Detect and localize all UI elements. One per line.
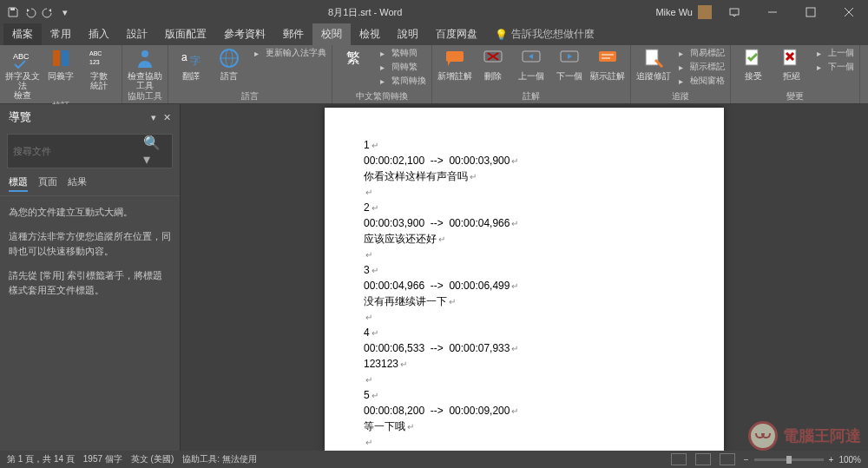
status-words[interactable]: 1957 個字 [83, 453, 122, 465]
minimize-icon[interactable] [753, 0, 792, 24]
reject-label: 拒絕 [783, 71, 800, 81]
navtab-headings[interactable]: 標題 [9, 175, 28, 192]
user-account[interactable]: Mike Wu [652, 5, 715, 19]
translate-button[interactable]: a字翻譯 [174, 47, 208, 81]
doc-line[interactable] [364, 247, 698, 262]
search-icon[interactable]: 🔍▾ [138, 135, 172, 168]
doc-line[interactable] [364, 184, 698, 200]
newcomment-icon [443, 47, 467, 69]
ribbon-small-item[interactable]: ▸檢閱窗格 [674, 75, 725, 87]
thesaurus-button[interactable]: 同義字 [43, 47, 78, 81]
doc-line[interactable]: 应该应该还还好 [364, 231, 698, 247]
prev-icon [519, 47, 543, 69]
search-input[interactable] [8, 143, 138, 159]
maximize-icon[interactable] [792, 0, 830, 24]
doc-line[interactable]: 4 [364, 325, 698, 340]
accessibility-button[interactable]: 檢查協助工具 [128, 47, 162, 90]
save-icon[interactable] [7, 6, 19, 18]
doc-line[interactable]: 你看这样这样有声音吗 [364, 168, 698, 184]
zoom-out-icon[interactable]: − [744, 455, 749, 465]
ribbon-small-item[interactable]: ▸繁轉簡 [376, 47, 426, 59]
ribbon-options-icon[interactable] [715, 0, 753, 24]
close-icon[interactable] [830, 0, 868, 24]
doc-line[interactable]: 6 [364, 450, 698, 451]
navpane-dropdown-icon[interactable]: ▾ [151, 112, 156, 123]
nav-search[interactable]: 🔍▾ [7, 134, 173, 168]
doc-line[interactable]: 00:00:06,533 --> 00:00:07,933 [364, 340, 698, 356]
navpane-close-icon[interactable]: ✕ [163, 112, 171, 123]
navtab-pages[interactable]: 頁面 [38, 175, 57, 192]
doc-line[interactable]: 123123 [364, 356, 698, 372]
ribbon-small-item[interactable]: ▸更新輸入法字典 [250, 47, 326, 59]
accept-button[interactable]: 接受 [736, 47, 771, 81]
doc-line[interactable]: 等一下哦 [364, 419, 698, 434]
doc-line[interactable]: 2 [364, 200, 698, 215]
status-bar: 第 1 頁，共 14 頁 1957 個字 英文 (美國) 協助工具: 無法使用 … [0, 451, 868, 468]
tab-6[interactable]: 校閱 [312, 23, 351, 45]
spelling-icon: ABC [10, 47, 35, 69]
tab-2[interactable]: 設計 [118, 23, 156, 45]
doc-line[interactable] [364, 372, 698, 387]
tab-file[interactable]: 檔案 [3, 23, 42, 45]
tell-me[interactable]: 💡 告訴我您想做什麼 [486, 23, 603, 45]
thesaurus-label: 同義字 [48, 71, 74, 81]
language-button[interactable]: 語言 [212, 47, 247, 81]
doc-line[interactable]: 00:00:03,900 --> 00:00:04,966 [364, 215, 698, 231]
nav-tabs: 標題 頁面 結果 [0, 172, 180, 196]
view-web-icon[interactable] [720, 453, 735, 465]
tab-4[interactable]: 參考資料 [215, 23, 274, 45]
spelling-button[interactable]: ABC拼字及文法檢查 [5, 47, 40, 100]
doc-line[interactable] [364, 434, 698, 450]
reject-button[interactable]: 拒絕 [774, 47, 809, 81]
zoom-value[interactable]: 100% [838, 455, 861, 465]
doc-line[interactable]: 1 [364, 137, 698, 153]
view-read-icon[interactable] [671, 453, 687, 465]
ribbon-small-item[interactable]: ▸簡轉繁 [376, 61, 426, 73]
undo-icon[interactable] [24, 6, 36, 18]
doc-line[interactable]: 没有再继续讲一下 [364, 293, 698, 309]
ribbon-small-item[interactable]: ▸繁簡轉換 [376, 75, 426, 87]
doc-line[interactable]: 00:00:08,200 --> 00:00:09,200 [364, 403, 698, 419]
zoom-slider[interactable] [754, 458, 824, 461]
zoom-in-icon[interactable]: + [829, 455, 834, 465]
navtab-results[interactable]: 結果 [68, 175, 87, 192]
document-area[interactable]: 100:00:02,100 --> 00:00:03,900你看这样这样有声音吗… [181, 104, 868, 451]
showcomments-icon [595, 47, 620, 69]
next-button[interactable]: 下一個 [552, 47, 587, 81]
doc-line[interactable]: 00:00:02,100 --> 00:00:03,900 [364, 153, 698, 168]
doc-line[interactable] [364, 309, 698, 325]
ribbon-small-item[interactable]: ▸下一個 [812, 61, 854, 73]
nav-hint-1: 為您的文件建立互動式大綱。 [9, 205, 171, 221]
tab-9[interactable]: 百度网盘 [427, 23, 486, 45]
ribbon-small-item[interactable]: ▸上一個 [812, 47, 854, 59]
track-button[interactable]: 追蹤修訂 [636, 47, 671, 81]
view-print-icon[interactable] [695, 453, 711, 465]
doc-line[interactable]: 5 [364, 387, 698, 403]
ribbon-small-item[interactable]: ▸簡易標記 [674, 47, 725, 59]
doc-line[interactable]: 3 [364, 262, 698, 278]
zoom-control[interactable]: − + 100% [744, 455, 861, 465]
redo-icon[interactable] [42, 6, 54, 18]
delete-button[interactable]: 刪除 [476, 47, 510, 81]
wordcount-label: 字數統計 [90, 71, 108, 90]
qat-dropdown-icon[interactable]: ▾ [59, 6, 71, 18]
title-bar: ▾ 8月1日.srt - Word Mike Wu [0, 0, 868, 24]
tab-5[interactable]: 郵件 [274, 23, 312, 45]
page[interactable]: 100:00:02,100 --> 00:00:03,900你看这样这样有声音吗… [325, 108, 724, 451]
newcomment-button[interactable]: 新增註解 [437, 47, 472, 81]
tab-3[interactable]: 版面配置 [156, 23, 215, 45]
tab-8[interactable]: 說明 [389, 23, 427, 45]
showcomments-button[interactable]: 顯示註解 [590, 47, 625, 81]
doc-line[interactable]: 00:00:04,966 --> 00:00:06,499 [364, 278, 698, 293]
quick-access-toolbar: ▾ [0, 6, 78, 18]
prev-button[interactable]: 上一個 [514, 47, 549, 81]
ribbon-small-item[interactable]: ▸顯示標記 [674, 61, 725, 73]
tab-0[interactable]: 常用 [42, 23, 80, 45]
wordcount-button[interactable]: ABC123字數統計 [82, 47, 116, 90]
status-lang[interactable]: 英文 (美國) [131, 453, 174, 465]
status-page[interactable]: 第 1 頁，共 14 頁 [7, 453, 75, 465]
tab-1[interactable]: 插入 [80, 23, 118, 45]
tab-7[interactable]: 檢視 [351, 23, 389, 45]
convert-button[interactable]: 繁 [338, 47, 372, 71]
status-accessibility[interactable]: 協助工具: 無法使用 [182, 453, 257, 465]
